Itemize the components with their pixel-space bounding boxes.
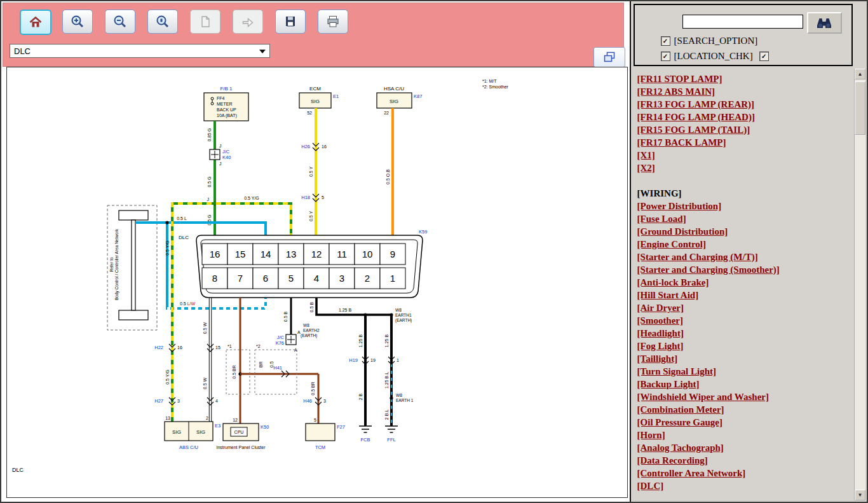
note-2: *2: Smoother (482, 85, 509, 89)
diagram-selector[interactable]: DLC (10, 44, 270, 58)
list-item-link[interactable]: [FR15 FOG LAMP (TAIL)] (637, 123, 853, 136)
list-item-link[interactable]: [Combination Meter] (637, 403, 853, 416)
wire-brown: *1 *2 0.5 BR BR 0.5 H41 H46 3 0.5 BR (226, 298, 326, 424)
zoom-in-icon (70, 14, 85, 29)
connector-h22-pin2: 15 (215, 345, 220, 350)
home-button[interactable] (20, 10, 51, 35)
connector-h22: H22 (154, 345, 163, 350)
tcm-pin: 5 (314, 418, 316, 422)
zoom-actual-button[interactable] (147, 10, 178, 34)
fuse-box: F/B 1 FF4 METER BACK UP 10A (BAT) (204, 86, 248, 121)
wire-label: 2 B (358, 393, 363, 400)
dlc-pin-14: 14 (261, 249, 271, 259)
chevron-down-icon (259, 50, 266, 53)
ipc-box: CPU 12 K50 Instrument Panel Cluster (216, 418, 269, 450)
open-window-button[interactable] (593, 47, 625, 67)
list-item-link[interactable]: [FR12 ABS MAIN] (637, 85, 853, 98)
wire-label: 0.5 B (283, 312, 288, 322)
list-item-link[interactable]: [Fuse Load] (637, 212, 853, 225)
scroll-thumb[interactable] (855, 81, 865, 135)
wire-label: 1.25 B (358, 334, 363, 348)
earth1-label: W8 (395, 308, 402, 312)
list-item-link[interactable]: [FR13 FOG LAMP (REAR)] (637, 98, 853, 111)
list-item-link[interactable]: [Data Recording] (637, 454, 853, 467)
zoom-out-button[interactable] (105, 10, 135, 34)
list-item-link[interactable]: [Analog Tachograph] (637, 441, 853, 454)
ecm-pin: 52 (307, 111, 312, 115)
dlc-pin-1: 1 (390, 273, 395, 284)
search-option-label: [SEARCH_OPTION] (674, 36, 758, 46)
earth2-label: (EARTH) (301, 333, 317, 338)
connector-h41: H41 (273, 365, 282, 371)
search-button[interactable] (807, 12, 842, 34)
dlc-pin-11: 11 (337, 249, 347, 259)
list-item-link[interactable]: [DLC] (637, 479, 853, 492)
print-button[interactable] (318, 10, 348, 34)
binoculars-icon (816, 16, 832, 30)
list-item-link[interactable]: [Turn Signal Light] (637, 365, 853, 378)
list-item-link[interactable]: [Ground Distribution] (637, 225, 853, 238)
dlc-pin-7: 7 (238, 273, 243, 284)
earth2-label: W8 (303, 323, 309, 327)
list-item-link[interactable]: [Horn] (637, 429, 853, 441)
list-section-header: [WIRING] (637, 187, 853, 200)
list-item-link[interactable]: [Starter and Charging (Smoother)] (637, 263, 853, 276)
dlc-label: DLC (179, 235, 189, 240)
list-item-link[interactable]: [Oil Pressure Gauge] (637, 416, 853, 429)
wire-label: 1.25 B (339, 308, 352, 312)
list-item-link[interactable]: [FR14 FOG LAMP (HEAD)] (637, 111, 853, 123)
page-button[interactable] (190, 10, 220, 34)
list-item-link[interactable]: [Backup Light] (637, 378, 853, 390)
ipc-label: Instrument Panel Cluster (216, 445, 266, 450)
hsa-connector-id: K87 (414, 93, 422, 99)
search-input[interactable] (682, 15, 803, 29)
refer-text-1: Refer to (109, 257, 114, 272)
zoom-in-button[interactable] (62, 10, 93, 34)
search-option-checkbox[interactable]: ✓ (661, 36, 670, 46)
refer-box: Refer to Body Control / Controller Area … (107, 205, 157, 330)
page-icon (198, 14, 213, 29)
list-item-link[interactable]: [Headlight] (637, 327, 853, 340)
app-window: DLC *1: M/T *2: Smoother F/B (0, 0, 868, 503)
list-item-link[interactable]: [FR17 BACK LAMP] (637, 136, 853, 149)
location-chk-checkbox[interactable]: ✓ (661, 52, 670, 61)
location-chk-checkbox-2[interactable]: ✓ (759, 52, 769, 61)
tcm-connector-id: F27 (337, 424, 345, 430)
list-item-link[interactable]: [Taillight] (637, 352, 853, 365)
dlc-pin-8: 8 (212, 273, 217, 284)
wire-label: 0.5 L (177, 216, 187, 221)
scroll-down-button[interactable]: ▼ (855, 490, 865, 500)
forward-button[interactable] (233, 10, 263, 34)
connector-h27-pin2: 4 (215, 399, 218, 403)
tcm-label: TCM (315, 444, 325, 450)
list-item-link[interactable]: [X2] (637, 162, 853, 174)
save-button[interactable] (275, 10, 306, 34)
list-item-link[interactable]: [FR11 STOP LAMP] (637, 72, 853, 85)
abs-pin: 2 (206, 416, 208, 420)
abs-pin: 13 (165, 416, 170, 420)
list-item-link[interactable]: [Hill Start Aid] (637, 289, 853, 301)
list-item-link[interactable]: [Engine Control] (637, 238, 853, 251)
list-item-link[interactable]: [Air Dryer] (637, 301, 853, 314)
wire-label: BR (259, 361, 263, 368)
list-item-link[interactable]: [Anti-lock Brake] (637, 276, 853, 289)
earth1b-label: W8 (396, 393, 402, 397)
list-item-link[interactable]: [Starter and Charging (M/T)] (637, 251, 853, 263)
jc-k76-id: K76 (276, 340, 284, 346)
list-item-link[interactable]: [X1] (637, 149, 853, 162)
list-item-link[interactable]: [Windshield Wiper and Washer] (637, 390, 853, 403)
diagram-notes: *1: M/T *2: Smoother (482, 79, 509, 89)
list-item-link[interactable]: [Smoother] (637, 314, 853, 327)
list-item-link[interactable]: [Controller Area Network] (637, 467, 853, 479)
alt-1-label: *1 (227, 344, 232, 348)
scroll-up-button[interactable]: ▲ (855, 69, 865, 79)
list-item-link[interactable]: [Power Distribution] (637, 200, 853, 212)
list-item-link[interactable]: [Fog Light] (637, 340, 853, 352)
abs-label: ABS C/U (179, 444, 198, 450)
wire-black: A A J/C K76 0.5 B 0.5 B 1.25 B W8 EARTH2… (276, 298, 414, 443)
wire-label: 0.5 Y/G (165, 369, 170, 385)
scrollbar[interactable]: ▲ ▼ (854, 69, 865, 500)
connector-h19-pin: 19 (370, 358, 376, 362)
jc-k40-id: K40 (222, 155, 231, 160)
earth1-label: EARTH1 (395, 313, 412, 317)
